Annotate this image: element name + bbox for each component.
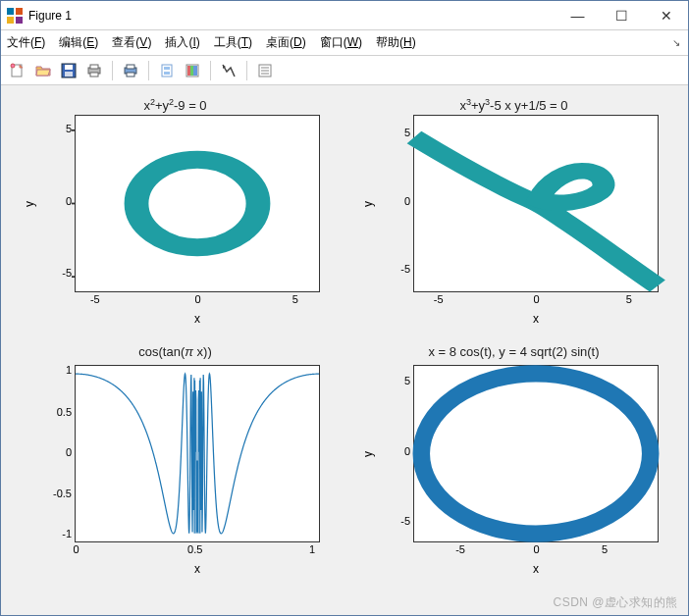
subplot-3-title: cos(tan(π x)) [21, 345, 330, 363]
data-cursor-button[interactable] [254, 60, 276, 81]
tick-label: 1 [66, 364, 72, 376]
matlab-logo-icon [7, 8, 23, 24]
menu-tools[interactable]: 工具(T) [214, 34, 252, 51]
subplot-2-axes[interactable]: 5 0 -5 -5 0 5 [413, 115, 659, 292]
subplot-2: x3+y3-5 x y+1/5 = 0 y 5 0 -5 [359, 95, 668, 335]
svg-point-1 [11, 64, 15, 68]
toolbar-separator [246, 61, 247, 80]
svg-point-22 [136, 160, 258, 248]
svg-rect-13 [164, 72, 170, 75]
menu-desktop[interactable]: 桌面(D) [266, 34, 306, 51]
subplot-3-ylabel [23, 365, 36, 542]
menu-overflow-icon[interactable]: ↘ [672, 37, 680, 48]
svg-rect-17 [193, 66, 197, 76]
link-axes-button[interactable] [156, 60, 178, 81]
tick-label: 0 [534, 293, 540, 305]
subplot-1-xlabel: x [75, 312, 320, 326]
subplot-4-axes[interactable]: 5 0 -5 -5 0 5 [413, 365, 659, 542]
tick-label: 5 [404, 375, 410, 386]
svg-rect-9 [127, 65, 134, 69]
tick-label: 0 [74, 543, 80, 555]
toolbar-separator [148, 61, 149, 80]
tick-label: -5 [400, 515, 410, 527]
toolbar-separator [210, 61, 211, 80]
tick-label: -1 [62, 528, 72, 539]
tick-label: -5 [434, 293, 444, 305]
svg-rect-4 [65, 72, 73, 77]
tick-label: 5 [602, 543, 608, 555]
svg-rect-3 [65, 65, 73, 70]
subplot-4-xlabel: x [413, 562, 659, 576]
subplot-2-title: x3+y3-5 x y+1/5 = 0 [359, 95, 668, 113]
title-bar: Figure 1 — ☐ ✕ [1, 1, 688, 30]
menu-insert[interactable]: 插入(I) [165, 34, 199, 51]
svg-rect-16 [190, 66, 193, 76]
close-button[interactable]: ✕ [644, 1, 688, 29]
tick-label: -5 [455, 543, 465, 555]
svg-rect-7 [90, 73, 98, 77]
figure-toolbar [1, 56, 688, 85]
tick-label: 0 [66, 446, 72, 458]
toolbar-separator [112, 61, 113, 80]
subplot-2-xlabel: x [413, 312, 659, 326]
subplot-3-xlabel: x [75, 562, 320, 576]
subplot-3: cos(tan(π x)) 1 0.5 0 -0.5 -1 0 0.5 1 [21, 345, 330, 586]
tick-label: 0 [404, 445, 410, 457]
subplot-3-axes[interactable]: 1 0.5 0 -0.5 -1 0 0.5 1 [75, 365, 320, 542]
tick-label: 0 [66, 195, 72, 207]
subplot-1-title: x2+y2-9 = 0 [21, 95, 330, 113]
menu-window[interactable]: 窗口(W) [320, 34, 362, 51]
subplot-2-ylabel: y [361, 115, 375, 292]
tick-label: 5 [626, 293, 632, 305]
print-button[interactable] [83, 60, 105, 81]
svg-rect-15 [187, 66, 190, 76]
minimize-button[interactable]: — [556, 1, 600, 29]
tick-label: 0 [195, 293, 201, 305]
tick-label: 5 [66, 123, 72, 134]
menu-file[interactable]: 文件(F) [7, 34, 45, 51]
svg-rect-6 [90, 65, 98, 69]
subplot-4: x = 8 cos(t), y = 4 sqrt(2) sin(t) y 5 0… [359, 345, 668, 586]
open-button[interactable] [32, 60, 54, 81]
edit-plot-button[interactable] [218, 60, 239, 81]
new-figure-button[interactable] [7, 60, 28, 81]
tick-label: 0 [534, 543, 540, 555]
tick-label: 0 [404, 195, 410, 207]
insert-colorbar-button[interactable] [182, 60, 203, 81]
tick-label: -5 [400, 263, 410, 275]
maximize-button[interactable]: ☐ [600, 1, 644, 29]
tick-label: 5 [404, 127, 410, 138]
svg-rect-10 [127, 73, 134, 77]
window-title: Figure 1 [28, 9, 556, 23]
watermark: CSDN @虚心求知的熊 [553, 594, 678, 611]
menu-edit[interactable]: 编辑(E) [59, 34, 98, 51]
window-controls: — ☐ ✕ [556, 1, 688, 29]
menu-bar: 文件(F) 编辑(E) 查看(V) 插入(I) 工具(T) 桌面(D) 窗口(W… [1, 30, 688, 56]
svg-point-26 [421, 374, 650, 534]
figure-canvas: x2+y2-9 = 0 y 5 0 -5 -5 0 [1, 85, 688, 615]
print-preview-button[interactable] [120, 60, 141, 81]
svg-rect-11 [162, 65, 172, 77]
tick-label: 5 [292, 293, 298, 305]
subplot-1-ylabel: y [23, 115, 36, 292]
subplot-4-ylabel: y [361, 365, 375, 542]
menu-view[interactable]: 查看(V) [112, 34, 151, 51]
tick-label: 1 [309, 543, 315, 555]
tick-label: 0.5 [57, 406, 72, 418]
tick-label: -0.5 [53, 488, 72, 499]
tick-label: -5 [90, 293, 100, 305]
subplot-4-title: x = 8 cos(t), y = 4 sqrt(2) sin(t) [359, 345, 668, 363]
subplot-1: x2+y2-9 = 0 y 5 0 -5 -5 0 [21, 95, 330, 335]
menu-help[interactable]: 帮助(H) [376, 34, 416, 51]
tick-label: 0.5 [187, 543, 202, 555]
svg-rect-12 [164, 67, 170, 70]
save-button[interactable] [58, 60, 80, 81]
tick-label: -5 [62, 267, 72, 279]
subplot-1-axes[interactable]: 5 0 -5 -5 0 5 [75, 115, 320, 292]
